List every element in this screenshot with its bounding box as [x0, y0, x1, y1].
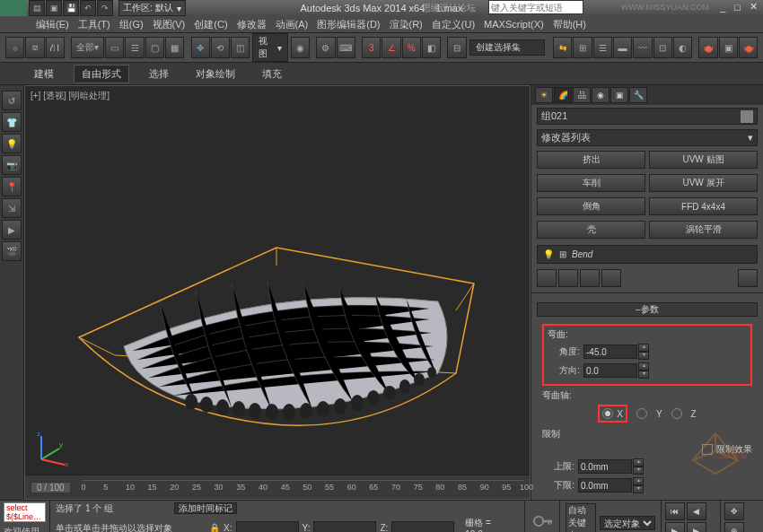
app-icon[interactable] — [0, 0, 27, 16]
arc-icon[interactable]: ⊕ — [724, 522, 744, 532]
tab-motion-icon[interactable]: ◉ — [592, 87, 610, 103]
radio-z[interactable] — [671, 408, 682, 419]
key-icon[interactable] — [531, 510, 554, 532]
radio-y[interactable] — [636, 408, 647, 419]
workspace-dropdown[interactable]: 工作区: 默认▾ — [118, 0, 186, 16]
pin-icon[interactable]: 📍 — [2, 177, 22, 196]
snap-icon[interactable]: 3 — [362, 37, 381, 58]
menu-create[interactable]: 创建(C) — [190, 18, 231, 31]
select-filter-icon[interactable]: 全部▾ — [71, 37, 104, 58]
help-search-input[interactable] — [488, 0, 583, 14]
menu-graph[interactable]: 图形编辑器(D) — [313, 18, 383, 31]
btn-unwrap[interactable]: UVW 展开 — [649, 174, 758, 192]
stack-expand-icon[interactable]: ⊞ — [559, 249, 566, 259]
play-icon[interactable]: ▶ — [2, 220, 22, 240]
tab-display-icon[interactable]: ▣ — [610, 87, 628, 103]
spinner-up-icon[interactable]: ▴ — [638, 344, 649, 352]
layers-icon[interactable]: ☰ — [593, 37, 612, 58]
object-name-field[interactable]: 组021 — [537, 108, 758, 125]
script-entry[interactable]: select $($Line… — [4, 502, 46, 522]
menu-customize[interactable]: 自定义(U) — [428, 18, 478, 31]
time-slider[interactable]: 0 / 100 05 1015 2025 3035 4045 5055 6065… — [25, 475, 530, 499]
modifier-stack[interactable]: 💡⊞Bend — [537, 245, 758, 264]
render-frame-icon[interactable]: ▣ — [719, 37, 738, 58]
close-icon[interactable]: ✕ — [750, 1, 758, 13]
pivot-icon[interactable]: ◉ — [291, 37, 310, 58]
show-end-icon[interactable] — [558, 269, 578, 287]
named-sel-drop[interactable]: 创建选择集 — [469, 39, 545, 56]
color-swatch[interactable] — [741, 110, 753, 123]
tshirt-icon[interactable]: 👕 — [2, 112, 22, 132]
coord-system[interactable]: 视图▾ — [252, 33, 287, 62]
pin-stack-icon[interactable] — [537, 269, 557, 287]
spinner-down-icon[interactable]: ▾ — [638, 352, 649, 360]
select-icon[interactable]: ▭ — [105, 37, 124, 58]
schematic-icon[interactable]: ⊡ — [653, 37, 672, 58]
select-name-icon[interactable]: ☲ — [125, 37, 144, 58]
x-input[interactable] — [236, 521, 299, 533]
unique-icon[interactable] — [580, 269, 600, 287]
bulb-icon[interactable]: 💡 — [543, 249, 554, 259]
cam-icon[interactable]: 📷 — [2, 155, 22, 175]
remove-mod-icon[interactable] — [601, 269, 621, 287]
stack-bend[interactable]: Bend — [572, 249, 592, 259]
tab-modify-icon[interactable]: 🌈 — [554, 87, 572, 103]
spinner-up-icon[interactable]: ▴ — [633, 458, 644, 467]
menu-animation[interactable]: 动画(A) — [272, 18, 312, 31]
z-input[interactable] — [391, 521, 454, 533]
curve-ed-icon[interactable]: 〰 — [633, 37, 652, 58]
tab-freeform[interactable]: 自由形式 — [74, 65, 129, 83]
radio-x[interactable] — [602, 408, 613, 419]
redo-icon[interactable]: ↷ — [97, 0, 113, 16]
menu-group[interactable]: 组(G) — [116, 18, 147, 31]
direction-input[interactable] — [583, 363, 637, 378]
y-input[interactable] — [313, 521, 376, 533]
open-icon[interactable]: ▣ — [46, 0, 62, 16]
spinner-down-icon[interactable]: ▾ — [638, 371, 649, 379]
move-icon[interactable]: ✥ — [191, 37, 210, 58]
goto-start-icon[interactable]: ⏮ — [665, 502, 685, 520]
upper-input[interactable] — [578, 459, 632, 474]
tab-objectpaint[interactable]: 对象绘制 — [189, 65, 242, 83]
film-icon[interactable]: 🎬 — [2, 241, 22, 261]
timeline-ruler[interactable]: 05 1015 2025 3035 4045 5055 6065 7075 80… — [82, 480, 524, 495]
viewport[interactable]: [+] [透视] [明暗处理] — [24, 85, 531, 500]
render-setup-icon[interactable]: 🫖 — [698, 37, 717, 58]
spinner-down-icon[interactable]: ▾ — [633, 485, 644, 493]
arrows-icon[interactable]: ⇲ — [2, 198, 22, 218]
tab-modeling[interactable]: 建模 — [27, 65, 61, 83]
render-icon[interactable]: 🫖 — [739, 37, 758, 58]
btn-extrude[interactable]: 挤出 — [537, 151, 645, 169]
tab-select[interactable]: 选择 — [142, 65, 176, 83]
menu-edit[interactable]: 编辑(E) — [32, 18, 73, 31]
window-cross-icon[interactable]: ▦ — [165, 37, 184, 58]
tab-hierarchy-icon[interactable]: 品 — [573, 87, 591, 103]
inside-icon[interactable]: ↺ — [2, 91, 22, 110]
mirror-icon[interactable]: ⇆ — [553, 37, 572, 58]
spinner-up-icon[interactable]: ▴ — [638, 362, 649, 371]
bind-icon[interactable]: ⛙ — [46, 37, 65, 58]
angle-input[interactable] — [583, 344, 637, 359]
unlink-icon[interactable]: ⟏ — [25, 37, 44, 58]
angle-snap-icon[interactable]: ∠ — [382, 37, 400, 58]
mat-ed-icon[interactable]: ◐ — [673, 37, 692, 58]
menu-tools[interactable]: 工具(T) — [75, 18, 114, 31]
menu-modifiers[interactable]: 修改器 — [233, 18, 270, 31]
play-icon[interactable]: ▶ — [665, 522, 685, 532]
pan-icon[interactable]: ✥ — [724, 502, 744, 520]
named-sel-icon[interactable]: ⊟ — [447, 37, 466, 58]
spinner-snap-icon[interactable]: ◧ — [422, 37, 441, 58]
key-target-select[interactable]: 选定对象 — [600, 516, 655, 530]
btn-uvwmap[interactable]: UVW 贴图 — [649, 151, 758, 169]
align-icon[interactable]: ⊞ — [573, 37, 592, 58]
key-toggle-icon[interactable]: ⌨ — [337, 37, 355, 58]
tab-create-icon[interactable]: ☀ — [535, 87, 553, 103]
lower-input[interactable] — [578, 478, 632, 493]
scale-icon[interactable]: ◫ — [231, 37, 250, 58]
autokey-button[interactable]: 自动关键点 — [566, 503, 596, 532]
frame-indicator[interactable]: 0 / 100 — [31, 482, 71, 493]
menu-view[interactable]: 视图(V) — [149, 18, 189, 31]
tab-utility-icon[interactable]: 🔧 — [629, 87, 647, 103]
next-frame-icon[interactable]: ▶ — [687, 522, 706, 532]
light-icon[interactable]: 💡 — [2, 134, 22, 153]
